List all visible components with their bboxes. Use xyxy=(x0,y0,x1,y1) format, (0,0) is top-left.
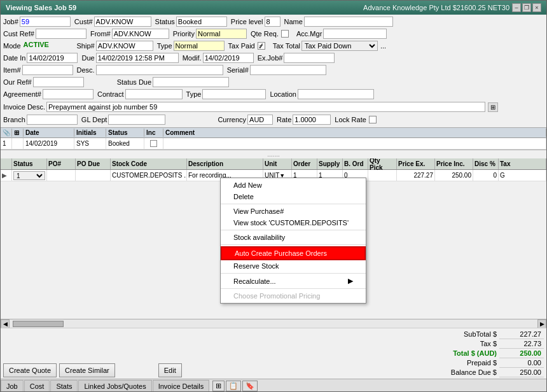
acc-mgr-input[interactable] xyxy=(323,29,387,39)
gl-dept-input[interactable] xyxy=(108,115,165,125)
tab-linked-jobs-quotes[interactable]: Linked Jobs/Quotes xyxy=(78,380,151,391)
tab-icons: ⊞ 📋 🔖 xyxy=(212,381,258,391)
ex-job-input[interactable] xyxy=(284,53,335,63)
tab-icon-2[interactable]: 📋 xyxy=(226,381,241,391)
form-row-6: Our Ref# Status Due xyxy=(3,76,544,88)
form-row-4: Date In Due Modif. Ex.Job# xyxy=(3,52,544,64)
ctx-promo-pricing[interactable]: Choose Promotional Pricing xyxy=(221,290,366,302)
row-comment[interactable] xyxy=(163,138,546,149)
scrollbar-thumb[interactable] xyxy=(13,321,64,327)
our-ref-input[interactable] xyxy=(33,77,84,87)
tab-invoice-details[interactable]: Invoice Details xyxy=(153,380,210,391)
ship-input[interactable] xyxy=(96,41,153,51)
scroll-left-btn[interactable]: ◀ xyxy=(1,319,10,328)
ctx-view-stock[interactable]: View stock 'CUSTOMER.DEPOSITS' xyxy=(221,217,366,228)
form-row-5: Item# Desc. Serial# xyxy=(3,64,544,76)
priority-label: Priority xyxy=(173,30,195,38)
tax-paid-checkbox[interactable]: ✓ xyxy=(258,42,265,50)
lower-section: Status PO# PO Due Stock Code Description… xyxy=(1,158,546,391)
name-label: Name xyxy=(284,18,303,25)
contract-input[interactable] xyxy=(125,89,183,99)
qte-req-checkbox[interactable] xyxy=(281,30,289,38)
scroll-right-btn[interactable]: ▶ xyxy=(537,319,546,328)
row-inc[interactable] xyxy=(144,138,163,149)
priority-input[interactable] xyxy=(196,29,247,39)
lgrow-disc: 0 xyxy=(473,170,499,181)
h-scrollbar[interactable]: ◀ ▶ xyxy=(1,319,546,328)
ctx-reserve-stock[interactable]: Reserve Stock xyxy=(221,260,366,272)
ctx-view-purchase[interactable]: View Purchase# xyxy=(221,206,366,217)
ctx-sep-5 xyxy=(221,288,366,289)
lgrow-tax: G xyxy=(499,170,546,181)
due-input[interactable] xyxy=(96,53,179,63)
window-title: Viewing Sales Job 59 xyxy=(6,4,76,11)
type2-label: Type xyxy=(186,90,202,98)
ctx-stock-avail[interactable]: Stock availability xyxy=(221,232,366,243)
due-label: Due xyxy=(81,54,94,62)
summary-table: SubTotal $ 227.27 Tax $ 22.73 Total $ (A… xyxy=(448,330,544,377)
minimize-button[interactable]: – xyxy=(512,3,521,12)
serial-input[interactable] xyxy=(250,65,326,75)
tab-job[interactable]: Job xyxy=(1,380,24,391)
tab-icon-3[interactable]: 🔖 xyxy=(242,381,258,391)
mode-value: ACTIVE xyxy=(22,41,73,51)
price-level-input[interactable] xyxy=(265,17,280,27)
restore-button[interactable]: ❐ xyxy=(522,3,531,12)
main-window: Viewing Sales Job 59 Advance Knowledge P… xyxy=(0,0,547,392)
create-similar-button[interactable]: Create Similar xyxy=(59,363,115,377)
create-quote-button[interactable]: Create Quote xyxy=(3,363,57,377)
ctx-delete[interactable]: Delete xyxy=(221,191,366,202)
cust-input[interactable] xyxy=(94,17,151,27)
col-status: Status xyxy=(106,129,144,137)
name-input[interactable] xyxy=(304,17,393,27)
location-input[interactable] xyxy=(298,89,374,99)
type2-input[interactable] xyxy=(202,89,266,99)
cust-ref-input[interactable] xyxy=(36,29,87,39)
ctx-auto-create-po[interactable]: Auto Create Purchase Orders xyxy=(221,246,366,260)
tax-total-label: Tax Total xyxy=(273,42,300,50)
title-bar: Viewing Sales Job 59 Advance Knowledge P… xyxy=(1,1,546,15)
lgcol-order: Order xyxy=(292,158,317,169)
status-input[interactable] xyxy=(176,17,227,27)
scrollbar-track[interactable] xyxy=(10,321,537,327)
item-input[interactable] xyxy=(22,65,73,75)
col-comment: Comment xyxy=(163,129,546,137)
ctx-recalculate[interactable]: Recalculate... ▶ xyxy=(221,275,366,287)
tab-cost[interactable]: Cost xyxy=(24,380,50,391)
status-select[interactable]: 1 xyxy=(13,171,45,180)
from-input[interactable] xyxy=(112,29,169,39)
tab-stats[interactable]: Stats xyxy=(50,380,78,391)
modif-input[interactable] xyxy=(203,53,254,63)
lower-grid-header: Status PO# PO Due Stock Code Description… xyxy=(1,158,546,170)
lgcol-price-inc: Price Inc. xyxy=(435,158,473,169)
mode-label: Mode xyxy=(3,42,21,50)
type-input[interactable] xyxy=(174,41,225,51)
tab-icon-1[interactable]: ⊞ xyxy=(212,381,225,391)
lock-rate-checkbox[interactable] xyxy=(369,116,377,123)
lgrow-po xyxy=(47,170,76,181)
agreement-input[interactable] xyxy=(43,89,93,99)
close-button[interactable]: × xyxy=(532,3,541,12)
summary-subtotal-row: SubTotal $ 227.27 xyxy=(448,330,544,339)
ctx-add-new[interactable]: Add New xyxy=(221,179,366,191)
item-label: Item# xyxy=(3,66,21,74)
desc-input[interactable] xyxy=(96,65,223,75)
job-label: Job# xyxy=(3,18,18,25)
currency-input[interactable] xyxy=(247,115,273,125)
job-input[interactable] xyxy=(20,17,71,27)
edit-button[interactable]: Edit xyxy=(158,363,182,377)
tax-total-more-btn[interactable]: ... xyxy=(380,42,386,50)
form-area: Job# Cust# Status Price level Name Cust … xyxy=(1,15,546,128)
lgrow-status[interactable]: 1 xyxy=(12,170,47,181)
branch-input[interactable] xyxy=(27,115,78,125)
lgcol-status: Status xyxy=(12,158,47,169)
tax-total-select[interactable]: Tax Paid Down xyxy=(301,41,378,51)
row-date: 14/02/2019 xyxy=(24,138,74,149)
cust-label: Cust# xyxy=(74,18,93,25)
ctx-sep-3 xyxy=(221,244,366,245)
invoice-desc-input[interactable] xyxy=(46,102,485,112)
date-in-input[interactable] xyxy=(27,53,78,63)
status-due-input[interactable] xyxy=(153,77,229,87)
invoice-desc-icon[interactable]: ⊞ xyxy=(488,102,498,112)
rate-input[interactable] xyxy=(293,115,331,125)
